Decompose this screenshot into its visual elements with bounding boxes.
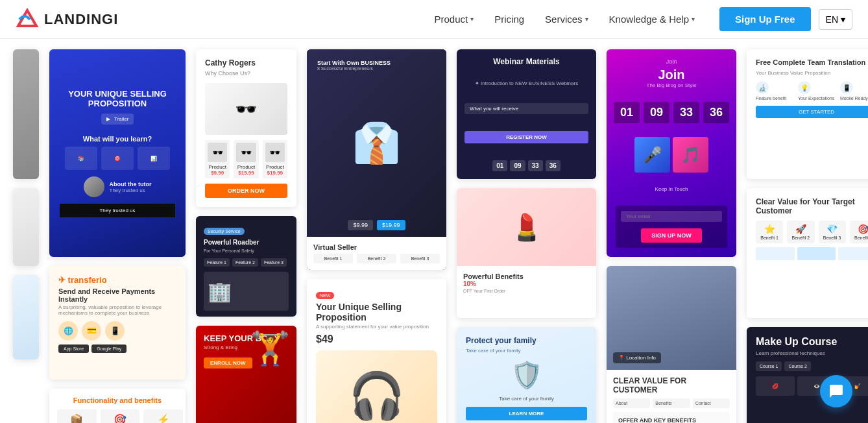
template-card-edge-left-bottom[interactable] — [13, 275, 39, 359]
price-2: $19.99 — [377, 220, 405, 230]
avatar-image — [84, 176, 104, 197]
dbb-title: Virtual Seller — [313, 243, 440, 251]
dark-title: Start With Own BUSINESS — [317, 60, 391, 66]
tf-text-2: Your Expectations — [798, 96, 835, 101]
security-bottom: 🏢 — [204, 272, 289, 311]
join-img-2: 🎵 — [673, 137, 708, 173]
nav-product[interactable]: Product ▾ — [426, 8, 483, 30]
nav-links: Product ▾ Pricing Services ▾ Knowledge &… — [426, 8, 705, 30]
template-card-webinar[interactable]: Webinar Materials ✦ Introduction to NEW … — [457, 49, 596, 179]
join-img-1: 🎤 — [634, 137, 670, 173]
template-card-white-product[interactable]: Cathy Rogers Why Choose Us? 🕶️ 🕶️ Produc… — [196, 49, 296, 207]
template-card-security[interactable]: Security Service Powerful Roadber For Yo… — [196, 216, 296, 317]
blue-hero-section: What will you learn? — [83, 135, 152, 143]
author-name: About the tutor — [110, 181, 152, 187]
template-card-building[interactable]: 📍 Location Info CLEAR VALUE FOR CUSTOMER… — [607, 266, 736, 423]
product-chevron-icon: ▾ — [470, 16, 474, 23]
sf-2: Feature 2 — [232, 258, 258, 267]
headphones-title: Your Unique Selling Proposition — [316, 302, 437, 322]
timer-ms: 36 — [546, 160, 561, 171]
template-card-translation[interactable]: Free Complete Team Translation Your Busi… — [747, 49, 868, 179]
nav-services[interactable]: Services ▾ — [536, 8, 597, 30]
template-card-func-benefits[interactable]: Functionality and benefits 📦 VALUE PROPO… — [49, 389, 186, 423]
nav-pricing[interactable]: Pricing — [485, 8, 533, 30]
gallery-col-2: YOUR UNIQUE SELLING PROPOSITION ▶ Traile… — [49, 49, 186, 423]
pf-2: 💳 — [82, 321, 101, 341]
appstore-btn[interactable]: App Store — [58, 344, 89, 353]
join-email-input[interactable] — [621, 211, 722, 222]
language-selector[interactable]: EN ▾ — [819, 9, 852, 30]
makeup-features: Course 1 Course 2 — [756, 361, 868, 371]
cv-label-4: Benefit 4 — [853, 236, 868, 240]
chat-button[interactable] — [820, 375, 852, 407]
googleplay-btn[interactable]: Google Play — [91, 344, 127, 353]
nav-services-label: Services — [545, 14, 583, 25]
cv-icon-4: 🎯 — [853, 224, 868, 234]
func-icon-1: 📦 — [61, 413, 93, 423]
knowledge-chevron-icon: ▾ — [692, 16, 695, 23]
fitness-cta[interactable]: ENROLL NOW — [204, 357, 252, 369]
clear-value-row: ⭐ Benefit 1 🚀 Benefit 2 💎 Benefit 3 🎯 Be… — [756, 221, 868, 243]
wp-p1-name: Product — [208, 164, 227, 170]
signup-button[interactable]: Sign Up Free — [719, 7, 811, 31]
nav-knowledge[interactable]: Knowledge & Help ▾ — [600, 8, 704, 30]
dark-sub: 8 Successful Entrepreneurs — [317, 66, 391, 71]
template-card-shield-family[interactable]: Protect your family Take care of your fa… — [457, 327, 596, 423]
wp-product-3: 🕶️ Product $19.99 — [263, 140, 287, 178]
dark-business-man-icon: 👔 — [352, 124, 401, 163]
cv-item-4: 🎯 Benefit 4 — [850, 221, 868, 243]
blue-hero-bottom: They trusted us — [60, 204, 175, 217]
building-offer: OFFER AND KEY BENEFITS Supporting text f… — [613, 412, 730, 423]
template-card-join[interactable]: Join Join The Big Blog on Style 01 09 33… — [607, 49, 736, 257]
gallery-col-6: Join Join The Big Blog on Style 01 09 33… — [607, 49, 736, 423]
wp-product-1: 🕶️ Product $9.99 — [205, 140, 230, 178]
wp-hero-icon: 🕶️ — [235, 99, 258, 120]
gallery-col-1 — [13, 49, 39, 359]
webinar-title: Webinar Materials — [464, 57, 588, 66]
countdown-s: 33 — [673, 102, 699, 123]
headphones-product-image: 🎧 — [316, 350, 437, 423]
join-cta[interactable]: SIGN UP NOW — [641, 228, 701, 243]
beauty-icon: 💄 — [511, 212, 543, 243]
template-card-payment[interactable]: ✈ transferio Send and Receive Payments I… — [49, 266, 186, 380]
nav-knowledge-label: Knowledge & Help — [609, 14, 689, 25]
bf-1: About — [613, 398, 650, 408]
security-features: Feature 1 Feature 2 Feature 3 — [204, 258, 289, 267]
clear-value-boxes — [756, 247, 868, 260]
gallery-col-7: Free Complete Team Translation Your Busi… — [747, 49, 868, 423]
shield-cta[interactable]: LEARN MORE — [466, 407, 587, 420]
cv-icon-1: ⭐ — [759, 224, 780, 234]
template-card-edge-left-mid[interactable] — [13, 188, 39, 266]
cvb-3 — [838, 247, 868, 260]
translation-sub: Your Business Value Proposition — [756, 70, 868, 76]
template-card-dark-business[interactable]: 👔 Start With Own BUSINESS 8 Successful E… — [307, 49, 446, 270]
template-card-clear-value[interactable]: Clear Value for Your Target Customer ⭐ B… — [747, 188, 868, 318]
webinar-cta[interactable]: REGISTER NOW — [464, 131, 588, 143]
translation-features: 🔬 Feature benefit 💡 Your Expectations 📱 … — [756, 81, 868, 101]
shield-text: Take care of your family — [466, 396, 587, 402]
offer-title: OFFER AND KEY BENEFITS — [618, 417, 725, 423]
translation-cta[interactable]: GET STARTED — [756, 106, 868, 118]
template-card-headphones[interactable]: NEW Your Unique Selling Proposition A su… — [307, 279, 446, 423]
pf-1: 🌐 — [58, 321, 78, 341]
nav-pricing-label: Pricing — [494, 14, 524, 25]
template-card-makeup[interactable]: Make Up Course Learn professional techni… — [747, 327, 868, 423]
dbb-features: Benefit 1 Benefit 2 Benefit 3 — [313, 254, 440, 263]
fitness-person-icon: 🏋️ — [250, 332, 290, 365]
beauty-title: Powerful Benefits — [463, 272, 590, 280]
template-card-blue-course[interactable]: YOUR UNIQUE SELLING PROPOSITION ▶ Traile… — [49, 49, 186, 257]
template-card-edge-left-top[interactable] — [13, 49, 39, 179]
beauty-image: 💄 — [457, 188, 596, 266]
building-content: CLEAR VALUE FOR CUSTOMER About Benefits … — [607, 370, 736, 423]
lang-chevron-icon: ▾ — [841, 14, 845, 25]
template-card-beauty[interactable]: 💄 Powerful Benefits 10% OFF Your First O… — [457, 188, 596, 318]
func-col-2: 🎯 VALUE PROPOSITION Description text her… — [101, 409, 140, 423]
template-card-fitness[interactable]: KEEP YOUR BODY Strong & Bring ENROLL NOW… — [196, 326, 296, 423]
tf-2: 💡 Your Expectations — [798, 81, 835, 101]
func-col-3: ⚡ VALUE PROPOSITION Description text her… — [143, 409, 183, 423]
nav-product-label: Product — [435, 14, 468, 25]
wp-cta-button[interactable]: ORDER NOW — [205, 184, 287, 198]
cv-item-3: 💎 Benefit 3 — [819, 221, 846, 243]
logo[interactable]: LANDINGI — [16, 8, 118, 31]
security-title: Powerful Roadber — [204, 239, 289, 246]
